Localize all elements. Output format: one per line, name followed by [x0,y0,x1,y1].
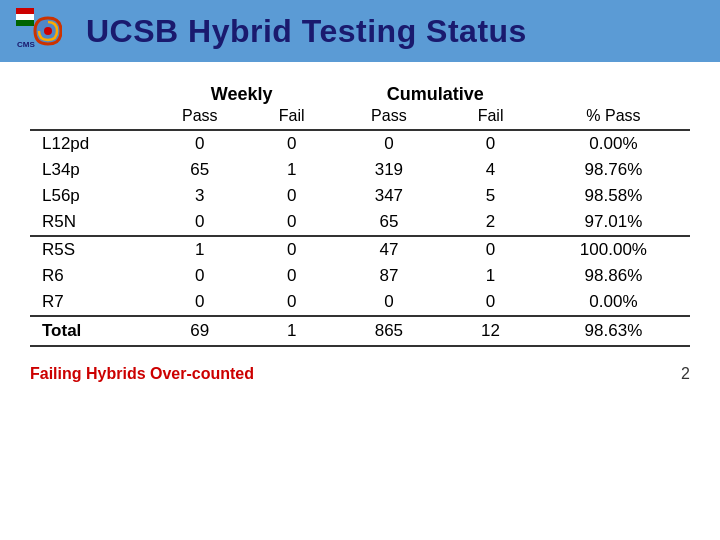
row-cell: 1 [250,157,334,183]
table-row: Total6918651298.63% [30,316,690,346]
cumulative-fail-header: Fail [444,107,537,130]
empty-header [30,80,150,107]
row-cell: 0.00% [537,289,690,316]
pct-empty-header [537,80,690,107]
row-cell: 100.00% [537,236,690,263]
row-cell: 0 [150,209,250,236]
svg-rect-2 [16,20,34,26]
header: CMS UCSB Hybrid Testing Status [0,0,720,62]
weekly-pass-header: Pass [150,107,250,130]
row-cell: 0 [150,130,250,157]
table-row: R5S10470100.00% [30,236,690,263]
label-col-header [30,107,150,130]
row-cell: 0 [250,209,334,236]
row-cell: 0 [444,289,537,316]
table-body: L12pd00000.00%L34p651319498.76%L56p30347… [30,130,690,346]
row-cell: 97.01% [537,209,690,236]
row-cell: 87 [334,263,445,289]
row-cell: 0 [250,130,334,157]
table-row: R60087198.86% [30,263,690,289]
status-table: Weekly Cumulative Pass Fail Pass Fail % … [30,80,690,347]
row-cell: 69 [150,316,250,346]
svg-text:CMS: CMS [17,40,35,49]
row-cell: 347 [334,183,445,209]
row-cell: 98.86% [537,263,690,289]
row-label: Total [30,316,150,346]
svg-rect-1 [16,14,34,20]
row-label: L56p [30,183,150,209]
table-row: R5N0065297.01% [30,209,690,236]
table-row: L56p30347598.58% [30,183,690,209]
row-cell: 1 [250,316,334,346]
sub-header-row: Pass Fail Pass Fail % Pass [30,107,690,130]
row-cell: 0.00% [537,130,690,157]
row-cell: 65 [150,157,250,183]
row-cell: 0 [250,236,334,263]
row-cell: 3 [150,183,250,209]
row-cell: 47 [334,236,445,263]
main-content: Weekly Cumulative Pass Fail Pass Fail % … [0,62,720,357]
row-cell: 0 [444,130,537,157]
table-row: R700000.00% [30,289,690,316]
row-cell: 5 [444,183,537,209]
table-row: L34p651319498.76% [30,157,690,183]
footer-note: Failing Hybrids Over-counted [30,365,254,383]
svg-rect-0 [16,8,34,14]
row-cell: 98.76% [537,157,690,183]
logo-area: CMS [16,8,70,54]
section-header-row: Weekly Cumulative [30,80,690,107]
weekly-fail-header: Fail [250,107,334,130]
cumulative-header: Cumulative [334,80,537,107]
row-cell: 0 [250,263,334,289]
row-label: R5S [30,236,150,263]
row-label: L12pd [30,130,150,157]
row-cell: 1 [444,263,537,289]
row-cell: 0 [150,263,250,289]
table-row: L12pd00000.00% [30,130,690,157]
pct-pass-header: % Pass [537,107,690,130]
row-cell: 865 [334,316,445,346]
row-cell: 0 [250,183,334,209]
row-cell: 0 [444,236,537,263]
row-label: R5N [30,209,150,236]
row-cell: 98.58% [537,183,690,209]
page-number: 2 [681,365,690,383]
row-label: L34p [30,157,150,183]
weekly-header: Weekly [150,80,334,107]
row-cell: 0 [150,289,250,316]
page-title: UCSB Hybrid Testing Status [86,13,527,50]
row-cell: 2 [444,209,537,236]
row-cell: 0 [250,289,334,316]
svg-point-4 [44,27,52,35]
row-cell: 65 [334,209,445,236]
row-cell: 0 [334,130,445,157]
row-label: R6 [30,263,150,289]
row-cell: 319 [334,157,445,183]
row-cell: 4 [444,157,537,183]
row-label: R7 [30,289,150,316]
row-cell: 1 [150,236,250,263]
footer: Failing Hybrids Over-counted 2 [0,357,720,383]
row-cell: 98.63% [537,316,690,346]
cumulative-pass-header: Pass [334,107,445,130]
cms-logo-icon: CMS [16,8,62,54]
row-cell: 0 [334,289,445,316]
row-cell: 12 [444,316,537,346]
